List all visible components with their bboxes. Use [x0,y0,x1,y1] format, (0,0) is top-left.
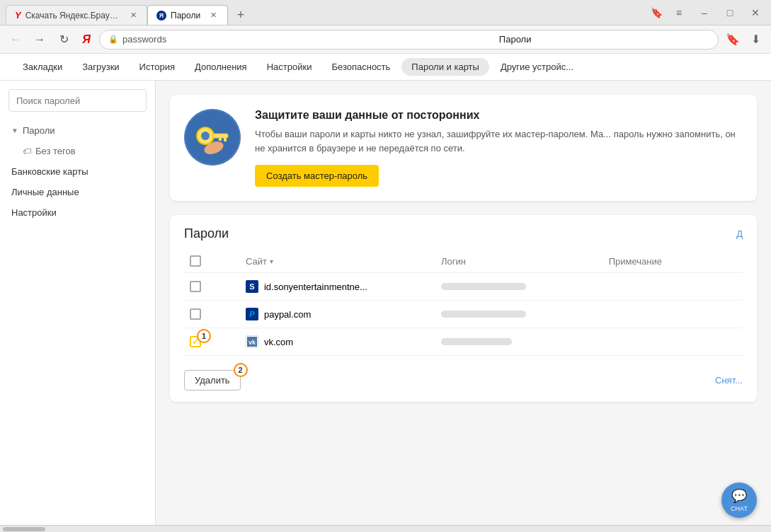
chat-fab-button[interactable]: 💬 CHAT [721,482,757,518]
row1-login-masked [441,283,526,290]
forward-button[interactable]: → [30,30,50,50]
row2-login [435,301,603,328]
tab1-label: Скачать Яндекс.Браузер д... [25,11,122,21]
site-sort-dropdown[interactable]: Сайт ▾ [246,256,430,267]
annotation-2-badge: 2 [234,363,248,377]
row1-site-cell: S id.sonyentertainmentne... [246,280,430,293]
menu-history[interactable]: История [131,57,183,76]
sidebar-no-tags-label: Без тегов [35,146,76,156]
menu-security[interactable]: Безопасность [323,57,399,76]
table-row[interactable]: S id.sonyentertainmentne... [184,273,743,301]
table-row[interactable]: 1 vk vk.com [184,328,743,356]
chat-label: CHAT [731,505,748,512]
menu-settings[interactable]: Настройки [258,57,321,76]
create-master-password-button[interactable]: Создать мастер-пароль [255,165,379,187]
svg-text:vk: vk [249,339,256,346]
expand-icon: ▼ [11,127,18,134]
tab-yandex-download[interactable]: Y Скачать Яндекс.Браузер д... ✕ [6,5,147,25]
table-row[interactable]: P paypal.com [184,301,743,328]
passwords-favicon-icon: Я [156,11,166,21]
back-button[interactable]: ← [6,30,25,50]
tag-icon: 🏷 [23,146,31,156]
sidebar-section: ▼ Пароли 🏷 Без тегов Банковские карты Ли… [0,120,155,223]
menu-bar: Закладки Загрузки История Дополнения Нас… [0,54,771,81]
info-card: Защитите ваши данные от посторонних Чтоб… [170,95,757,201]
svg-point-3 [201,132,210,140]
row2-site: P paypal.com [240,301,435,328]
tab1-close-icon[interactable]: ✕ [128,10,138,21]
delete-button-wrapper: Удалить 2 [184,370,241,391]
sidebar-passwords-label: Пароли [23,125,55,136]
menu-downloads[interactable]: Загрузки [74,57,127,76]
menu-devices[interactable]: Другие устройс... [492,57,582,76]
yandex-favicon-icon: Y [15,10,21,21]
col-login-header: Логин [435,250,603,273]
page-title-center: Пароли [321,34,709,45]
section-header-row: Пароли Д [184,226,743,241]
row1-check[interactable] [184,273,240,301]
maximize-button[interactable]: □ [720,6,740,20]
row2-checkbox[interactable] [190,308,201,320]
row2-check[interactable] [184,301,240,328]
avatar [184,109,241,166]
action-bar: Удалить 2 Снят... [184,364,743,391]
sidebar-item-bank-cards[interactable]: Банковские карты [0,161,155,182]
browser-frame: Y Скачать Яндекс.Браузер д... ✕ Я Пароли… [0,0,771,532]
row3-note [603,328,743,356]
bookmark-icon[interactable]: 🔖 [646,6,666,20]
cancel-link[interactable]: Снят... [715,375,743,386]
new-tab-button[interactable]: + [231,5,251,25]
url-text: passwords [122,34,316,45]
bookmark-nav-icon[interactable]: 🔖 [723,30,743,50]
sidebar-item-settings[interactable]: Настройки [0,202,155,223]
row3-checkbox-wrapper: 1 [190,336,201,347]
menu-bookmarks[interactable]: Закладки [14,57,71,76]
row1-site: S id.sonyentertainmentne... [240,273,435,301]
personal-data-label: Личные данные [11,187,79,197]
sidebar-item-passwords[interactable]: ▼ Пароли [0,120,155,141]
menu-extensions[interactable]: Дополнения [186,57,256,76]
row1-checkbox[interactable] [190,281,201,292]
site-col-label: Сайт [246,256,267,267]
close-button[interactable]: ✕ [746,6,765,20]
tab-passwords[interactable]: Я Пароли ✕ [147,5,228,25]
row3-check[interactable]: 1 [184,328,240,356]
row1-login [435,273,603,301]
tab2-close-icon[interactable]: ✕ [207,10,219,21]
passwords-title: Пароли [184,226,229,241]
col-note-header: Примечание [603,250,743,273]
sony-favicon-icon: S [246,280,258,293]
minimize-button[interactable]: – [695,6,714,20]
window-controls: – □ ✕ [695,6,765,20]
search-input[interactable] [16,96,139,106]
sort-arrow-icon: ▾ [270,258,273,265]
menu-passwords[interactable]: Пароли и карты [401,58,489,76]
section-action-link[interactable]: Д [736,229,743,239]
row3-login-masked [441,338,512,345]
row1-site-name: id.sonyentertainmentne... [264,282,367,292]
annotation-1-badge: 1 [197,329,211,343]
delete-button[interactable]: Удалить [184,370,241,391]
sidebar-item-personal-data[interactable]: Личные данные [0,182,155,202]
download-nav-icon[interactable]: ⬇ [746,30,765,50]
content-area: Защитите ваши данные от посторонних Чтоб… [156,81,771,525]
menu-icon[interactable]: ≡ [669,6,689,20]
info-description: Чтобы ваши пароли и карты никто не узнал… [255,127,743,155]
select-all-checkbox[interactable] [190,255,201,267]
col-check-header [184,250,240,273]
address-bar[interactable]: 🔒 passwords Пароли [99,30,719,50]
col-site-header[interactable]: Сайт ▾ [240,250,435,273]
search-box[interactable] [8,89,147,112]
title-bar: Y Скачать Яндекс.Браузер д... ✕ Я Пароли… [0,0,771,25]
vk-favicon-icon: vk [246,335,258,348]
passwords-section: Пароли Д Сайт ▾ [170,215,757,402]
row2-login-masked [441,311,526,318]
row2-note [603,301,743,328]
sidebar-item-no-tags[interactable]: 🏷 Без тегов [0,141,155,161]
row1-note [603,273,743,301]
scrollbar-area[interactable] [0,525,771,532]
scrollbar-thumb[interactable] [3,527,45,531]
reload-button[interactable]: ↻ [54,30,74,50]
navigation-bar: ← → ↻ Я 🔒 passwords Пароли 🔖 ⬇ [0,25,771,54]
settings-label: Настройки [11,207,57,218]
